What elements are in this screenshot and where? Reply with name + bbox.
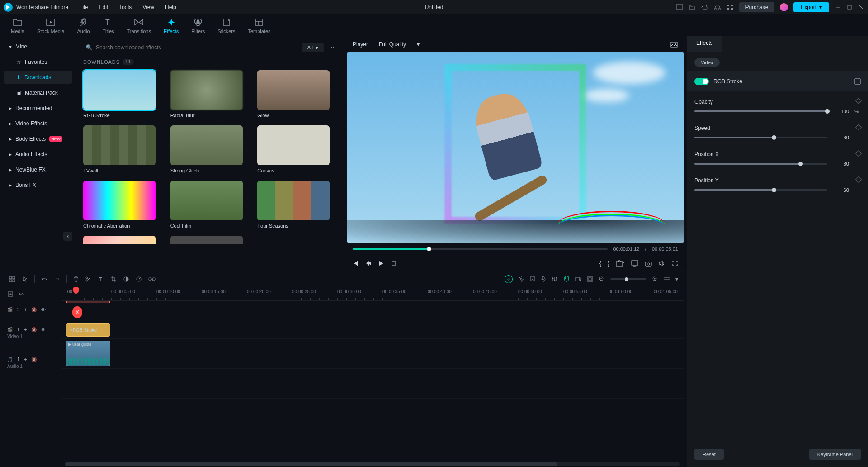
visibility-icon[interactable]: 👁 bbox=[41, 307, 46, 312]
cloud-icon[interactable] bbox=[701, 4, 708, 11]
undo-icon[interactable] bbox=[41, 276, 47, 282]
effect-card[interactable]: Strong Glitch bbox=[170, 125, 250, 173]
sidebar-newblue[interactable]: ▸NewBlue FX bbox=[4, 163, 72, 176]
filter-dropdown[interactable]: All▾ bbox=[302, 43, 324, 52]
sidebar-audio-effects[interactable]: ▸Audio Effects bbox=[4, 148, 72, 161]
timeline-tracks[interactable]: :00:0000:00:05:0000:00:10:0000:00:15:000… bbox=[62, 287, 684, 462]
reset-effect-icon[interactable] bbox=[854, 78, 861, 85]
reset-button[interactable]: Reset bbox=[694, 449, 724, 460]
effect-card[interactable]: Radial Blur bbox=[170, 70, 250, 118]
param-value[interactable]: 60 bbox=[833, 187, 849, 193]
speed-icon[interactable] bbox=[136, 276, 142, 282]
display-icon[interactable] bbox=[631, 260, 638, 267]
mark-out-button[interactable]: } bbox=[608, 260, 609, 267]
delete-icon[interactable] bbox=[73, 276, 79, 282]
param-value[interactable]: 100 bbox=[833, 109, 849, 114]
position-y-slider[interactable] bbox=[694, 189, 827, 191]
sidebar-video-effects[interactable]: ▸Video Effects bbox=[4, 117, 72, 130]
tab-effects[interactable]: Effects bbox=[164, 14, 179, 36]
time-ruler[interactable]: :00:0000:00:05:0000:00:10:0000:00:15:000… bbox=[62, 287, 684, 301]
user-avatar[interactable] bbox=[780, 3, 788, 11]
add-icon[interactable]: + bbox=[24, 357, 27, 362]
timeline-scrollbar[interactable] bbox=[65, 462, 680, 466]
video-clip[interactable]: ▶user guide bbox=[66, 341, 110, 366]
link-tracks-icon[interactable] bbox=[18, 291, 24, 297]
apps-icon[interactable] bbox=[726, 4, 734, 11]
tab-audio[interactable]: Audio bbox=[77, 14, 90, 36]
playhead[interactable] bbox=[76, 287, 76, 462]
keyframe-button[interactable] bbox=[855, 150, 862, 157]
track-row[interactable]: ✦RGB Stroke bbox=[62, 322, 684, 339]
effect-card[interactable]: TVwall bbox=[83, 125, 162, 173]
magnet-icon[interactable] bbox=[563, 276, 570, 282]
tab-titles[interactable]: TTitles bbox=[103, 14, 114, 36]
grid-icon[interactable] bbox=[9, 276, 15, 282]
snapshot-icon[interactable] bbox=[670, 41, 678, 48]
menu-file[interactable]: File bbox=[79, 4, 88, 10]
tab-stickers[interactable]: Stickers bbox=[217, 14, 235, 36]
param-value[interactable]: 60 bbox=[833, 135, 849, 140]
track-header-audio[interactable]: 🎵1+🔇 Audio 1 bbox=[4, 348, 62, 378]
scrubber[interactable] bbox=[353, 248, 608, 250]
sidebar-body-effects[interactable]: ▸Body EffectsNEW bbox=[4, 132, 72, 146]
purchase-button[interactable]: Purchase bbox=[739, 2, 775, 12]
keyframe-button[interactable] bbox=[855, 176, 862, 183]
quality-dropdown[interactable]: Full Quality▾ bbox=[375, 39, 423, 49]
step-back-button[interactable] bbox=[365, 260, 372, 267]
aspect-icon[interactable] bbox=[587, 276, 593, 282]
inspector-tab-effects[interactable]: Effects bbox=[687, 36, 722, 52]
add-icon[interactable]: + bbox=[24, 307, 27, 312]
settings-icon[interactable] bbox=[518, 276, 524, 282]
tab-filters[interactable]: Filters bbox=[191, 14, 205, 36]
split-icon[interactable] bbox=[85, 276, 91, 282]
marker[interactable]: X bbox=[72, 306, 82, 318]
collapse-sidebar-button[interactable]: ‹ bbox=[63, 232, 72, 241]
sidebar-boris[interactable]: ▸Boris FX bbox=[4, 178, 72, 192]
position-x-slider[interactable] bbox=[694, 163, 827, 165]
effect-card[interactable]: Four Seasons bbox=[257, 181, 336, 229]
zoom-in-icon[interactable] bbox=[652, 276, 658, 282]
more-button[interactable]: ⋯ bbox=[327, 43, 336, 52]
add-icon[interactable]: + bbox=[24, 327, 27, 332]
effect-card[interactable]: Canvas bbox=[257, 125, 336, 173]
link-icon[interactable] bbox=[148, 276, 156, 282]
menu-help[interactable]: Help bbox=[165, 4, 176, 10]
mark-in-button[interactable]: { bbox=[599, 260, 601, 267]
mute-icon[interactable]: 🔇 bbox=[31, 307, 37, 312]
track-row[interactable]: ▶user guide bbox=[62, 339, 684, 369]
add-track-icon[interactable] bbox=[7, 291, 14, 297]
sidebar-material-pack[interactable]: ▣Material Pack bbox=[4, 86, 72, 100]
screen-icon[interactable] bbox=[676, 4, 683, 11]
tab-stock-media[interactable]: Stock Media bbox=[37, 14, 65, 36]
track-header-effect[interactable]: 🎬2 + 🔇 👁 bbox=[4, 301, 62, 318]
search-input[interactable] bbox=[83, 42, 167, 53]
menu-view[interactable]: View bbox=[142, 4, 154, 10]
marker-icon[interactable] bbox=[530, 276, 535, 282]
export-frame-icon[interactable]: ▾ bbox=[616, 260, 625, 267]
preview-viewport[interactable] bbox=[347, 52, 684, 243]
tab-templates[interactable]: Templates bbox=[248, 14, 270, 36]
effect-card[interactable] bbox=[170, 236, 250, 244]
headphones-icon[interactable] bbox=[714, 4, 721, 11]
effect-card[interactable]: Glow bbox=[257, 70, 336, 118]
stop-button[interactable] bbox=[391, 260, 397, 267]
mute-icon[interactable]: 🔇 bbox=[31, 327, 37, 332]
track-header-video[interactable]: 🎬1+🔇👁 Video 1 bbox=[4, 318, 62, 348]
ai-badge-icon[interactable]: ☺ bbox=[505, 275, 513, 283]
play-button[interactable] bbox=[378, 260, 384, 267]
effect-card[interactable]: Chromatic Aberration bbox=[83, 181, 162, 229]
fullscreen-icon[interactable] bbox=[672, 260, 678, 267]
player-tab[interactable]: Player bbox=[353, 41, 368, 48]
pointer-icon[interactable] bbox=[22, 276, 28, 282]
list-view-icon[interactable] bbox=[664, 276, 670, 282]
param-value[interactable]: 80 bbox=[833, 161, 849, 167]
visibility-icon[interactable]: 👁 bbox=[41, 327, 46, 332]
record-icon[interactable] bbox=[575, 276, 581, 282]
effect-toggle[interactable] bbox=[694, 78, 709, 85]
sidebar-downloads[interactable]: ⬇Downloads bbox=[4, 71, 72, 84]
maximize-icon[interactable] bbox=[846, 4, 853, 10]
text-tool-icon[interactable]: T bbox=[98, 276, 104, 282]
prev-frame-button[interactable] bbox=[353, 260, 359, 267]
camera-icon[interactable] bbox=[645, 261, 652, 267]
effect-card[interactable] bbox=[83, 236, 162, 244]
